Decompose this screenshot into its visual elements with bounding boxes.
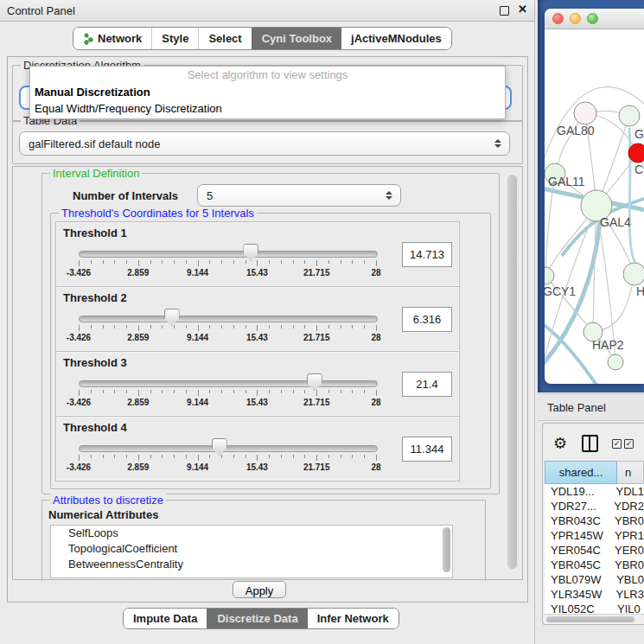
threshold-3-box: Threshold 3 -3.4262.8599.14415.4321.7152… bbox=[55, 351, 460, 417]
tab-discretize-data[interactable]: Discretize Data bbox=[207, 609, 307, 628]
node-label-clipped-c: C bbox=[634, 163, 643, 176]
table-data-combobox[interactable]: galFiltered.sif default node bbox=[19, 131, 510, 156]
control-panel-titlebar: Control Panel ✕ bbox=[0, 0, 534, 22]
node-right[interactable] bbox=[623, 263, 644, 285]
numerical-attributes-label: Numerical Attributes bbox=[48, 508, 158, 521]
bottom-tabbar: Impute Data Discretize Data Infer Networ… bbox=[123, 608, 399, 629]
table-header-row: shared... n bbox=[545, 461, 644, 484]
table-data-value: galFiltered.sif default node bbox=[29, 137, 160, 150]
slider-scale-labels: -3.4262.8599.14415.4321.71528 bbox=[79, 398, 376, 408]
threshold-1-value-field[interactable]: 14.713 bbox=[402, 242, 452, 267]
table-row[interactable]: YLR345WYLR3 bbox=[545, 587, 644, 602]
slider-tick-marks bbox=[79, 390, 376, 397]
table-row[interactable]: YER054CYER0 bbox=[545, 543, 644, 558]
numerical-attributes-list: SelfLoops TopologicalCoefficient Between… bbox=[50, 525, 453, 578]
slider-tick-marks bbox=[79, 260, 376, 267]
node-label-gcy1: GCY1 bbox=[545, 284, 576, 298]
table-horizontal-scrollbar[interactable] bbox=[545, 614, 644, 624]
number-of-intervals-value: 5 bbox=[207, 189, 213, 202]
threshold-1-slider-track[interactable] bbox=[79, 251, 378, 258]
list-item[interactable]: TopologicalCoefficient bbox=[51, 541, 452, 557]
slider-scale-labels: -3.4262.8599.14415.4321.71528 bbox=[79, 333, 376, 343]
column-header-name[interactable]: n bbox=[617, 461, 644, 484]
number-of-intervals-label: Number of Intervals bbox=[73, 189, 178, 202]
table-row[interactable]: YIL052CYIL0 bbox=[545, 602, 644, 614]
apply-button[interactable]: Apply bbox=[233, 581, 286, 598]
node-bottom[interactable] bbox=[608, 354, 623, 370]
network-window: GAL80 G. C GAL11 GAL4 GCY1 H HAP2 bbox=[545, 9, 644, 384]
threshold-4-slider-thumb[interactable] bbox=[212, 438, 227, 456]
dropdown-option-equal-width[interactable]: Equal Width/Frequency Discretization bbox=[30, 100, 505, 117]
checkbox-icon[interactable]: ✓ bbox=[612, 439, 622, 449]
tab-style[interactable]: Style bbox=[151, 28, 198, 49]
attributes-group-title: Attributes to discretize bbox=[50, 494, 166, 507]
attributes-list-scrollbar[interactable] bbox=[443, 527, 450, 572]
spinner-arrows-icon bbox=[494, 139, 501, 148]
threshold-2-slider-thumb[interactable] bbox=[164, 309, 180, 326]
node-gcy1[interactable] bbox=[545, 267, 554, 284]
node-top-right[interactable] bbox=[619, 105, 640, 126]
network-graph: GAL80 G. C GAL11 GAL4 GCY1 H HAP2 bbox=[545, 29, 644, 384]
threshold-2-slider-track[interactable] bbox=[79, 316, 378, 322]
threshold-4-value-field[interactable]: 11.344 bbox=[402, 437, 452, 462]
threshold-2-box: Threshold 2 -3.4262.8599.14415.4321.7152… bbox=[55, 286, 460, 352]
node-gal80[interactable] bbox=[574, 102, 596, 124]
threshold-4-slider-track[interactable] bbox=[79, 445, 378, 452]
tab-jactivemnodules[interactable]: jActiveMNodules bbox=[341, 28, 451, 49]
tab-label: Network bbox=[98, 32, 142, 45]
node-label-gal11: GAL11 bbox=[548, 175, 585, 188]
list-item[interactable]: SelfLoops bbox=[51, 526, 452, 541]
network-view-frame: GAL80 G. C GAL11 GAL4 GCY1 H HAP2 bbox=[538, 0, 644, 392]
scrollbar-thumb[interactable] bbox=[546, 616, 634, 622]
table-row[interactable]: YBL079WYBL0 bbox=[545, 572, 644, 587]
number-of-intervals-combobox[interactable]: 5 bbox=[197, 184, 401, 207]
algorithm-dropdown-popup: Select algorithm to view settings Manual… bbox=[29, 66, 506, 119]
close-traffic-light-icon[interactable] bbox=[552, 13, 564, 24]
threshold-4-box: Threshold 4 -3.4262.8599.14415.4321.7152… bbox=[55, 416, 460, 481]
table-row[interactable]: YPR145WYPR1 bbox=[545, 528, 644, 543]
network-canvas[interactable]: GAL80 G. C GAL11 GAL4 GCY1 H HAP2 bbox=[545, 29, 644, 384]
settings-vertical-scrollbar[interactable] bbox=[507, 175, 517, 569]
node-label-clipped-g: G. bbox=[634, 127, 644, 141]
table-row[interactable]: YBR043CYBR0 bbox=[545, 513, 644, 528]
zoom-traffic-light-icon[interactable] bbox=[587, 13, 598, 24]
tab-impute-data[interactable]: Impute Data bbox=[124, 609, 207, 628]
network-icon bbox=[83, 33, 93, 45]
tab-infer-network[interactable]: Infer Network bbox=[308, 609, 399, 628]
float-window-icon[interactable] bbox=[500, 6, 509, 16]
dropdown-option-manual[interactable]: Manual Discretization bbox=[30, 84, 505, 100]
slider-tick-marks bbox=[79, 325, 376, 332]
node-red-selected[interactable] bbox=[628, 143, 644, 163]
table-row[interactable]: YDL19...YDL1 bbox=[545, 484, 644, 499]
table-row[interactable]: YBR045CYBR0 bbox=[545, 558, 644, 572]
threshold-1-slider-thumb[interactable] bbox=[243, 244, 258, 261]
table-panel-titlebar: Table Panel bbox=[538, 393, 644, 421]
table-row[interactable]: YDR27...YDR2 bbox=[545, 499, 644, 513]
node-label-hap2: HAP2 bbox=[592, 338, 624, 352]
tab-cyni-toolbox[interactable]: Cyni Toolbox bbox=[252, 28, 341, 49]
node-table: YDL19...YDL1 YDR27...YDR2 YBR043CYBR0 YP… bbox=[545, 484, 644, 614]
control-panel: Control Panel ✕ Network Style Se bbox=[0, 0, 535, 644]
threshold-3-slider-thumb[interactable] bbox=[307, 373, 322, 391]
checkbox-icon[interactable]: ✓ bbox=[624, 439, 634, 449]
threshold-3-slider-track[interactable] bbox=[79, 380, 378, 387]
table-panel-toolbar: ⚙ ✓ ✓ bbox=[545, 432, 644, 455]
slider-scale-labels: -3.4262.8599.14415.4321.71528 bbox=[79, 268, 376, 278]
close-icon[interactable]: ✕ bbox=[518, 3, 527, 16]
minimize-traffic-light-icon[interactable] bbox=[570, 13, 581, 24]
columns-icon[interactable] bbox=[582, 435, 598, 452]
tab-select[interactable]: Select bbox=[198, 28, 251, 49]
gear-icon[interactable]: ⚙ bbox=[553, 436, 567, 451]
thresholds-group-title: Threshold's Coordinates for 5 Intervals bbox=[59, 207, 257, 220]
list-item[interactable]: BetweennessCentrality bbox=[51, 557, 452, 572]
top-tabbar: Network Style Select Cyni Toolbox jActiv… bbox=[73, 27, 452, 50]
node-label-clipped-h: H bbox=[636, 284, 644, 298]
tab-network[interactable]: Network bbox=[73, 28, 151, 49]
node-label-gal4: GAL4 bbox=[600, 215, 631, 229]
threshold-3-value-field[interactable]: 21.4 bbox=[402, 372, 452, 397]
dropdown-placeholder: Select algorithm to view settings bbox=[30, 67, 505, 84]
threshold-2-value-field[interactable]: 6.316 bbox=[402, 307, 452, 332]
table-panel-title: Table Panel bbox=[547, 401, 606, 414]
column-header-shared-name[interactable]: shared... bbox=[545, 461, 617, 484]
interval-definition-title: Interval Definition bbox=[50, 167, 142, 180]
